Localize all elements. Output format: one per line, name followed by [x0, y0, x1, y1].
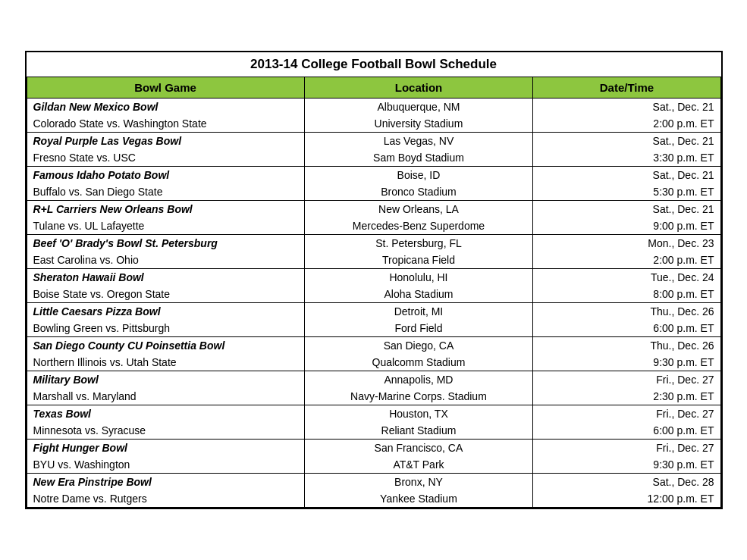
bowl-stadium: Reliant Stadium	[304, 422, 533, 440]
bowl-matchup: Tulane vs. UL Lafayette	[27, 217, 304, 235]
bowl-matchup: Minnesota vs. Syracuse	[27, 422, 304, 440]
bowl-game-name: Sheraton Hawaii Bowl	[27, 269, 304, 286]
game-detail-row: Bowling Green vs. PittsburghFord Field6:…	[27, 320, 720, 337]
game-name-row: Famous Idaho Potato BowlBoise, IDSat., D…	[27, 167, 720, 184]
header-bowl: Bowl Game	[27, 77, 304, 99]
bowl-time: 5:30 p.m. ET	[533, 183, 720, 201]
bowl-city: Detroit, MI	[304, 303, 533, 321]
bowl-matchup: Bowling Green vs. Pittsburgh	[27, 320, 304, 337]
game-detail-row: Buffalo vs. San Diego StateBronco Stadiu…	[27, 183, 720, 201]
bowl-date: Sat., Dec. 21	[533, 167, 720, 184]
bowl-city: New Orleans, LA	[304, 201, 533, 218]
bowl-game-name: R+L Carriers New Orleans Bowl	[27, 201, 304, 218]
bowl-date: Sat., Dec. 21	[533, 133, 720, 150]
bowl-city: Albuquerque, NM	[304, 99, 533, 116]
bowl-date: Tue., Dec. 24	[533, 269, 720, 286]
game-name-row: New Era Pinstripe BowlBronx, NYSat., Dec…	[27, 474, 720, 491]
game-name-row: Military BowlAnnapolis, MDFri., Dec. 27	[27, 371, 720, 389]
bowl-time: 2:00 p.m. ET	[533, 115, 720, 133]
bowl-city: San Diego, CA	[304, 337, 533, 355]
bowl-matchup: Northern Illinois vs. Utah State	[27, 354, 304, 371]
game-name-row: Gildan New Mexico BowlAlbuquerque, NMSat…	[27, 99, 720, 116]
bowl-game-name: Fight Hunger Bowl	[27, 440, 304, 457]
bowl-stadium: University Stadium	[304, 115, 533, 133]
game-detail-row: Northern Illinois vs. Utah StateQualcomm…	[27, 354, 720, 371]
bowl-stadium: Sam Boyd Stadium	[304, 149, 533, 167]
bowl-city: St. Petersburg, FL	[304, 235, 533, 252]
bowl-game-name: Little Caesars Pizza Bowl	[27, 303, 304, 321]
table-title: 2013-14 College Football Bowl Schedule	[27, 52, 720, 77]
bowl-matchup: Marshall vs. Maryland	[27, 388, 304, 405]
bowl-stadium: Tropicana Field	[304, 252, 533, 269]
bowl-time: 9:30 p.m. ET	[533, 456, 720, 474]
bowl-matchup: BYU vs. Washington	[27, 456, 304, 474]
game-detail-row: Boise State vs. Oregon StateAloha Stadiu…	[27, 286, 720, 303]
bowl-game-name: Texas Bowl	[27, 405, 304, 423]
bowl-time: 6:00 p.m. ET	[533, 320, 720, 337]
bowl-matchup: Notre Dame vs. Rutgers	[27, 490, 304, 508]
bowl-city: Annapolis, MD	[304, 371, 533, 389]
game-name-row: Sheraton Hawaii BowlHonolulu, HITue., De…	[27, 269, 720, 286]
bowl-time: 2:00 p.m. ET	[533, 252, 720, 269]
bowl-game-name: New Era Pinstripe Bowl	[27, 474, 304, 491]
bowl-city: Houston, TX	[304, 405, 533, 423]
bowl-game-name: San Diego County CU Poinsettia Bowl	[27, 337, 304, 355]
bowl-date: Thu., Dec. 26	[533, 337, 720, 355]
game-detail-row: Minnesota vs. SyracuseReliant Stadium6:0…	[27, 422, 720, 440]
bowl-date: Sat., Dec. 21	[533, 201, 720, 218]
game-detail-row: Notre Dame vs. RutgersYankee Stadium12:0…	[27, 490, 720, 508]
bowl-stadium: Qualcomm Stadium	[304, 354, 533, 371]
bowl-date: Fri., Dec. 27	[533, 440, 720, 457]
title-row: 2013-14 College Football Bowl Schedule	[27, 52, 720, 77]
bowl-time: 3:30 p.m. ET	[533, 149, 720, 167]
bowl-game-name: Beef 'O' Brady's Bowl St. Petersburg	[27, 235, 304, 252]
game-name-row: Little Caesars Pizza BowlDetroit, MIThu.…	[27, 303, 720, 321]
bowl-stadium: Aloha Stadium	[304, 286, 533, 303]
header-location: Location	[304, 77, 533, 99]
bowl-time: 9:30 p.m. ET	[533, 354, 720, 371]
bowl-city: San Francisco, CA	[304, 440, 533, 457]
bowl-time: 2:30 p.m. ET	[533, 388, 720, 405]
bowl-city: Las Vegas, NV	[304, 133, 533, 150]
bowl-stadium: AT&T Park	[304, 456, 533, 474]
bowl-matchup: Colorado State vs. Washington State	[27, 115, 304, 133]
bowl-city: Bronx, NY	[304, 474, 533, 491]
bowl-stadium: Navy-Marine Corps. Stadium	[304, 388, 533, 405]
bowl-game-name: Royal Purple Las Vegas Bowl	[27, 133, 304, 150]
game-detail-row: East Carolina vs. OhioTropicana Field2:0…	[27, 252, 720, 269]
game-name-row: Beef 'O' Brady's Bowl St. PetersburgSt. …	[27, 235, 720, 252]
header-row: Bowl Game Location Date/Time	[27, 77, 720, 99]
bowl-date: Sat., Dec. 28	[533, 474, 720, 491]
bowl-time: 9:00 p.m. ET	[533, 217, 720, 235]
bowl-time: 12:00 p.m. ET	[533, 490, 720, 508]
bowl-time: 6:00 p.m. ET	[533, 422, 720, 440]
game-detail-row: Fresno State vs. USCSam Boyd Stadium3:30…	[27, 149, 720, 167]
bowl-matchup: Boise State vs. Oregon State	[27, 286, 304, 303]
bowl-stadium: Yankee Stadium	[304, 490, 533, 508]
bowl-matchup: Fresno State vs. USC	[27, 149, 304, 167]
game-name-row: R+L Carriers New Orleans BowlNew Orleans…	[27, 201, 720, 218]
bowl-stadium: Ford Field	[304, 320, 533, 337]
bowl-matchup: East Carolina vs. Ohio	[27, 252, 304, 269]
game-detail-row: Tulane vs. UL LafayetteMercedes-Benz Sup…	[27, 217, 720, 235]
game-name-row: Royal Purple Las Vegas BowlLas Vegas, NV…	[27, 133, 720, 150]
game-name-row: Fight Hunger BowlSan Francisco, CAFri., …	[27, 440, 720, 457]
game-name-row: Texas BowlHouston, TXFri., Dec. 27	[27, 405, 720, 423]
bowl-game-name: Gildan New Mexico Bowl	[27, 99, 304, 116]
bowl-date: Fri., Dec. 27	[533, 371, 720, 389]
bowl-city: Boise, ID	[304, 167, 533, 184]
schedule-container: 2013-14 College Football Bowl Schedule B…	[25, 51, 723, 509]
bowl-date: Fri., Dec. 27	[533, 405, 720, 423]
header-datetime: Date/Time	[533, 77, 720, 99]
bowl-stadium: Mercedes-Benz Superdome	[304, 217, 533, 235]
bowl-date: Sat., Dec. 21	[533, 99, 720, 116]
bowl-game-name: Famous Idaho Potato Bowl	[27, 167, 304, 184]
game-detail-row: Colorado State vs. Washington StateUnive…	[27, 115, 720, 133]
game-detail-row: Marshall vs. MarylandNavy-Marine Corps. …	[27, 388, 720, 405]
bowl-game-name: Military Bowl	[27, 371, 304, 389]
bowl-date: Thu., Dec. 26	[533, 303, 720, 321]
bowl-matchup: Buffalo vs. San Diego State	[27, 183, 304, 201]
game-name-row: San Diego County CU Poinsettia BowlSan D…	[27, 337, 720, 355]
schedule-table: 2013-14 College Football Bowl Schedule B…	[27, 52, 721, 508]
bowl-date: Mon., Dec. 23	[533, 235, 720, 252]
